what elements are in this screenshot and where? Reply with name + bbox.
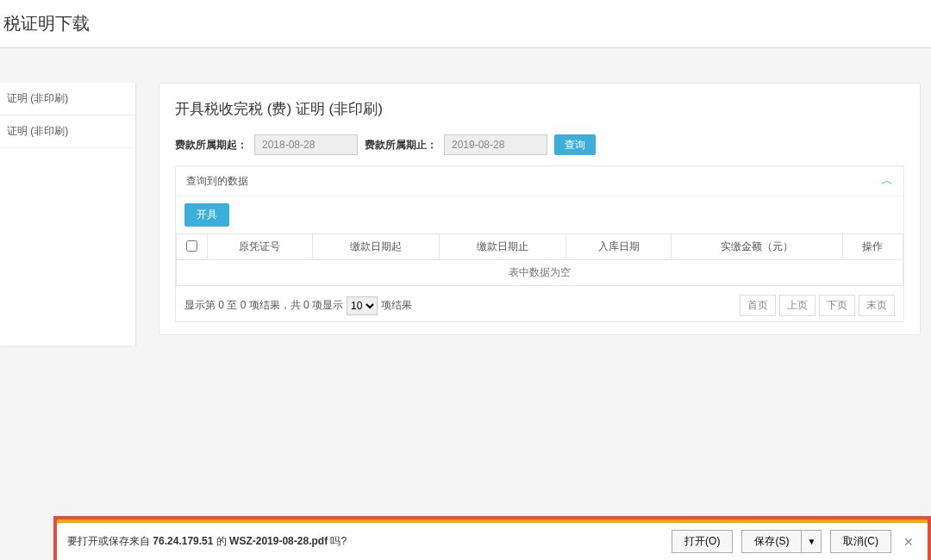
sidebar-item-cert1[interactable]: 证明 (非印刷) xyxy=(0,83,135,115)
empty-row: 表中数据为空 xyxy=(177,260,903,286)
main-panel: 开具税收完税 (费) 证明 (非印刷) 费款所属期起： 费款所属期止： 查询 查… xyxy=(159,83,921,335)
download-notification: 要打开或保存来自 76.24.179.51 的 WSZ-2019-08-28.p… xyxy=(53,516,931,560)
page-last-button[interactable]: 末页 xyxy=(859,295,895,316)
col-voucher: 原凭证号 xyxy=(208,234,313,260)
page-prev-button[interactable]: 上页 xyxy=(779,295,815,316)
save-dropdown-button[interactable]: ▼ xyxy=(801,530,822,553)
download-host: 76.24.179.51 xyxy=(153,535,213,547)
page-next-button[interactable]: 下页 xyxy=(819,295,855,316)
download-message: 要打开或保存来自 76.24.179.51 的 WSZ-2019-08-28.p… xyxy=(67,534,347,549)
download-filename: WSZ-2019-08-28.pdf xyxy=(229,535,328,547)
chevron-up-icon[interactable]: ︿ xyxy=(881,173,893,189)
cancel-button[interactable]: 取消(C) xyxy=(830,530,891,553)
pager-info-before: 显示第 0 至 0 项结果，共 0 项显示 xyxy=(184,298,343,313)
open-button[interactable]: 打开(O) xyxy=(672,530,733,553)
col-amount: 实缴金额（元） xyxy=(671,234,842,260)
to-label: 费款所属期止： xyxy=(365,138,437,152)
pager: 显示第 0 至 0 项结果，共 0 项显示 10 项结果 首页 上页 下页 末页 xyxy=(176,286,903,321)
from-label: 费款所属期起： xyxy=(175,138,247,152)
to-date-input[interactable] xyxy=(444,134,547,155)
sidebar-item-cert2[interactable]: 证明 (非印刷) xyxy=(0,115,135,148)
page-title: 税证明下载 xyxy=(0,0,931,48)
col-storage-date: 入库日期 xyxy=(566,234,672,260)
results-table: 原凭证号 缴款日期起 缴款日期止 入库日期 实缴金额（元） 操作 表中数据为空 xyxy=(176,233,903,286)
data-header-title: 查询到的数据 xyxy=(186,174,248,189)
issue-button[interactable]: 开具 xyxy=(184,203,229,227)
select-all-checkbox[interactable] xyxy=(186,240,197,252)
save-button[interactable]: 保存(S) xyxy=(741,530,801,553)
caret-down-icon: ▼ xyxy=(807,537,815,546)
sidebar: 证明 (非印刷) 证明 (非印刷) xyxy=(0,83,136,345)
close-icon[interactable]: ✕ xyxy=(900,535,917,549)
col-pay-start: 缴款日期起 xyxy=(312,234,439,260)
filter-bar: 费款所属期起： 费款所属期止： 查询 xyxy=(175,134,904,155)
panel-title: 开具税收完税 (费) 证明 (非印刷) xyxy=(175,99,904,119)
query-button[interactable]: 查询 xyxy=(554,134,596,155)
page-size-select[interactable]: 10 xyxy=(347,296,378,315)
page-first-button[interactable]: 首页 xyxy=(740,295,776,316)
data-panel: 查询到的数据 ︿ 开具 原凭证号 缴款日期起 缴款日期止 入库日期 实 xyxy=(175,165,904,322)
col-pay-end: 缴款日期止 xyxy=(439,234,565,260)
col-action: 操作 xyxy=(842,234,903,260)
pager-info-after: 项结果 xyxy=(381,298,412,313)
from-date-input[interactable] xyxy=(254,134,358,155)
